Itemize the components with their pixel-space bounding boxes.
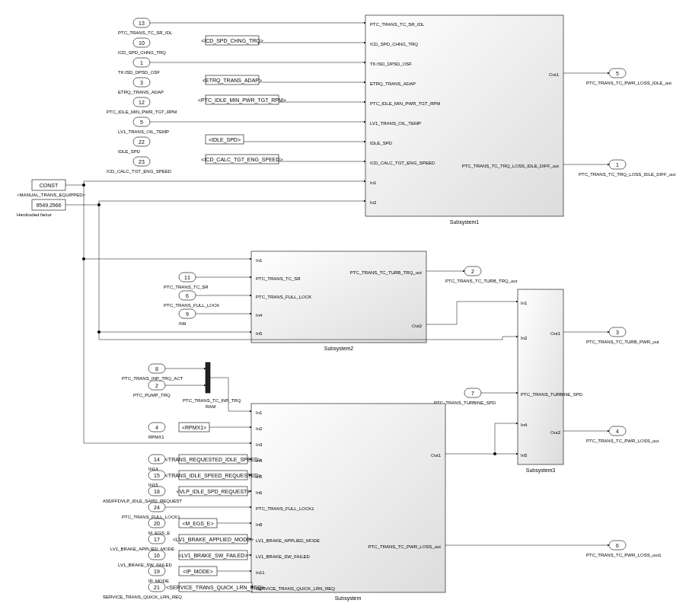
inport-3-label: ETRQ_TRANS_ADAP (118, 90, 164, 94)
inport-6-num: 6 (186, 293, 189, 298)
s1-inlabel-4: PTC_IDLE_MIN_PWR_TGT_RPM (370, 101, 440, 106)
inport-21-label: SERVICE_TRANS_QUICK_LRN_REQ (103, 595, 182, 599)
inport-22-label: IDLE_SPD (118, 149, 141, 154)
inport-3-num: 3 (140, 80, 143, 85)
svg-point-33 (493, 452, 496, 455)
outport-4-label: PTC_TRANS_TC_PWR_LOSS_out (586, 439, 659, 443)
from-transidle-txt: <TRANS_IDLE_SPEED_REQUESTED> (165, 473, 261, 479)
inport-10-label: ICD_SPD_CHNG_TRQ (118, 50, 166, 55)
inport-12-label: PTC_IDLE_MIN_PWR_TGT_RPM (107, 110, 177, 114)
inport-7-num: 7 (471, 391, 474, 396)
s4-inlabel-0: In1 (256, 410, 263, 415)
svg-point-14 (97, 203, 100, 206)
inport-18-label: ASDFFDVLP_IDLE_SAPD_REQUEST (103, 499, 182, 503)
outport-4-num: 4 (616, 429, 619, 434)
s3-inlabel-2: PTC_TRANS_TURBINE_SPD (521, 392, 583, 397)
from-etrq-txt: <ETRQ_TRANS_ADAP> (203, 78, 262, 84)
from-icd-spd-txt: <ICD_SPD_CHNG_TRQ> (201, 38, 263, 44)
const-sub: <MANUAL_TRANS_EQUIPPED> (17, 193, 86, 197)
s1-inlabel-7: ICD_CALC_TGT_ENG_SPEED (370, 161, 435, 165)
inport-4-label: RPMX1 (148, 435, 164, 439)
s1-inlabel-0: PTC_TRANS_TC_SR_IDL (370, 22, 425, 27)
inport-16-label: LV1_BRAKE_SW_FAILED (118, 563, 173, 567)
mux-block[interactable] (206, 362, 210, 393)
outport-3-num: 3 (616, 330, 619, 335)
svg-point-23 (82, 257, 85, 260)
outport-3-label: PTC_TRANS_TC_TURB_PWR_out (586, 340, 659, 344)
inport-13-label: PTC_TRANS_TC_SR_IDL (118, 30, 173, 35)
inport-12-num: 12 (139, 100, 145, 105)
subsystem1-name: Subsystem1 (450, 219, 480, 225)
const-text: CONST (40, 183, 59, 188)
outport-5-num: 5 (616, 71, 619, 76)
inport-11-num: 11 (184, 275, 190, 280)
inport-16-num: 16 (154, 553, 160, 558)
outport-2-num: 2 (471, 269, 474, 274)
s1-inlabel-8: In1 (370, 180, 377, 185)
mux-sub: RAM (206, 404, 215, 409)
s3-outlabel-0: Out1 (550, 331, 561, 336)
inport-23-num: 23 (139, 159, 145, 164)
s1-inlabel-1: ICD_SPD_CHNG_TRQ (370, 42, 418, 46)
subsystem4-block[interactable] (251, 404, 445, 592)
s2-inlabel-4: In5 (256, 331, 263, 336)
from-service-txt: <SERVICE_TRANS_QUICK_LRN_REQ> (166, 585, 264, 591)
s4-inlabel-7: In8 (256, 522, 263, 527)
from-transreq-txt: <TRANS_REQUESTED_IDLE_SPEED> (165, 457, 261, 463)
s1-outlabel-1: PTC_TRANS_TC_TRQ_LOSS_IDLE_DIFF_out (462, 164, 560, 168)
s4-outlabel-0: Out1 (431, 453, 442, 458)
inport-2-label: PTC_PUMP_TRQ (133, 393, 171, 397)
s1-outlabel-0: Out1 (549, 72, 560, 77)
s4-inlabel-11: SERVICE_TRANS_QUICK_LRN_REQ (256, 586, 335, 591)
inport-1-label: TK:ISD_DPSD_OSF (118, 70, 160, 75)
s4-outlabel-1: PTC_TRANS_TC_PWR_LOSS_out (368, 544, 442, 549)
from-icdcalc-txt: <ICD_CALC_TGT_ENG_SPEED> (201, 157, 282, 163)
s1-inlabel-6: IDLE_SPD (370, 141, 393, 145)
from-brakeapp-txt: <LV1_BRAKE_APPLIED_MODE> (173, 537, 254, 543)
s2-inlabel-2: PTC_TRANS_FULL_LOCK (256, 295, 311, 299)
s3-inlabel-3: In4 (521, 423, 528, 427)
simulink-canvas[interactable]: Subsystem1 PTC_TRANS_TC_SR_IDL ICD_SPD_C… (0, 0, 689, 616)
s4-inlabel-8: LV1_BRAKE_APPLIED_MODE (256, 538, 320, 543)
s1-inlabel-2: TK:ISD_DPSD_OSF (370, 62, 412, 66)
s2-outlabel-1: Out2 (412, 324, 423, 328)
s3-inlabel-4: In5 (521, 453, 528, 458)
inport-19-num: 19 (154, 569, 160, 574)
s4-inlabel-5: In6 (256, 490, 263, 495)
s1-inlabel-3: ETRQ_TRANS_ADAP (370, 81, 416, 86)
subsystem2-name: Subsystem2 (324, 346, 354, 352)
mux-label: PTC_TRANS_TC_INP_TRQ (183, 398, 241, 403)
svg-point-16 (97, 330, 100, 334)
outport-1-num: 1 (616, 162, 619, 168)
inport-18-num: 18 (154, 489, 160, 494)
from-ipmode-txt: <IP_MODE> (183, 569, 213, 575)
s4-inlabel-10: In11 (256, 570, 265, 575)
inport-8-num: 8 (155, 366, 158, 372)
s1-inlabel-9: In2 (370, 200, 377, 205)
outport-6-label: PTC_TRANS_TC_PWR_LOSS_out1 (586, 553, 662, 557)
inport-10-num: 10 (139, 40, 145, 46)
outport-6-num: 6 (616, 543, 619, 548)
outport-2-label: PTC_TRANS_TC_TURB_TRQ_out (445, 279, 518, 283)
subsystem4-name: Subsystem (335, 595, 362, 602)
from-idlespd-txt: <IDLE_SPD> (209, 137, 241, 143)
inport-6-label: PTC_TRANS_FULL_LOCK (164, 303, 219, 308)
from-rpmx1-txt: <RPMX1> (182, 425, 206, 430)
from-megs-txt: <M_EGS_E> (182, 521, 213, 527)
s4-inlabel-1: In2 (256, 426, 263, 431)
inport-17-label: LV1_BRAKE_APPLIED_MODE (110, 547, 174, 551)
s3-inlabel-0: In1 (521, 301, 528, 305)
const2-text: 9549.2966 (36, 203, 61, 208)
s3-inlabel-1: In2 (521, 336, 528, 340)
inport-15-num: 15 (154, 473, 160, 478)
inport-13-num: 13 (139, 21, 145, 26)
subsystem3-block[interactable] (518, 289, 563, 464)
s2-inlabel-3: In4 (256, 313, 263, 318)
outport-5-label: PTC_TRANS_TC_PWR_LOSS_IDLE_out (586, 81, 671, 85)
svg-point-13 (82, 184, 85, 187)
inport-4-num: 4 (155, 425, 158, 430)
inport-21-num: 21 (154, 585, 160, 590)
inport-9-num: 9 (186, 311, 189, 317)
s4-inlabel-6: PTC_TRANS_FULL_LOCK1 (256, 506, 314, 511)
inport-5-num: 5 (140, 120, 143, 125)
